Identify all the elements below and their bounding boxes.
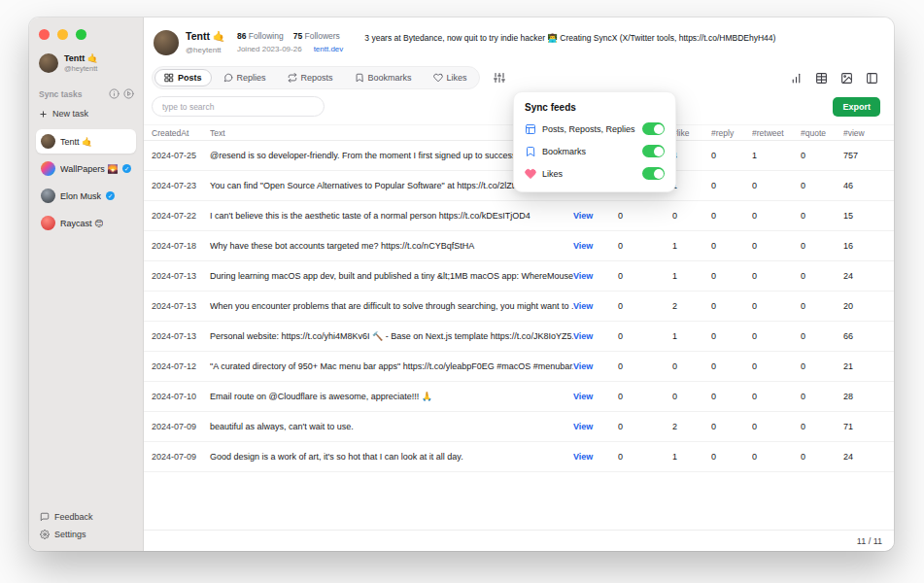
tab-replies[interactable]: Replies [214,69,276,86]
retweet-count: 0 [752,301,801,311]
bookmark-count: 0 [618,452,672,462]
table-row: 2024-07-09 Good design is a work of art,… [144,442,894,472]
quote-count: 0 [801,331,843,341]
post-date: 2024-07-18 [152,241,210,251]
play-circle-icon[interactable] [123,88,134,99]
view-link[interactable]: View [573,361,593,371]
zoom-window-button[interactable] [76,29,86,40]
app-window: Tentt 🤙 @heytentt Sync tasks New task Te… [29,17,894,551]
reply-count: 0 [711,211,752,221]
board-view-button[interactable] [866,72,878,85]
retweet-count: 0 [752,181,801,190]
feedback-button[interactable]: Feedback [40,512,136,522]
column-header: #reply [711,128,752,138]
task-item-raycast[interactable]: Raycast 😊 [36,211,136,235]
post-text: During learning macOS app dev, built and… [210,271,573,281]
sync-feeds-button[interactable] [492,70,507,86]
task-item-elon-musk[interactable]: Elon Musk ✓ [36,184,136,208]
toggle-likes[interactable] [642,167,665,180]
view-link[interactable]: View [573,452,593,462]
column-header: #view [843,128,882,138]
retweet-count: 1 [752,151,801,160]
table-view-button[interactable] [815,72,828,85]
view-link[interactable]: View [573,331,593,341]
like-count: 1 [672,241,711,251]
retweet-count: 0 [752,361,801,371]
gallery-view-button[interactable] [840,72,853,85]
new-task-label: New task [52,109,88,119]
header-avatar [154,30,179,55]
tab-bar: Posts Replies Reposts Bookmarks Likes [144,59,894,89]
view-link[interactable]: View [573,301,593,311]
table-row: 2024-07-13 Personal website: https://t.c… [144,322,894,352]
new-task-button[interactable]: New task [36,106,136,121]
table-footer: 11 / 11 [144,530,894,551]
joined-date: Joined 2023-09-26 [237,45,302,53]
retweet-count: 0 [752,241,801,251]
post-text: Why have these bot accounts targeted me?… [210,241,573,251]
minimize-window-button[interactable] [57,29,68,40]
table-row: 2024-07-18 Why have these bot accounts t… [144,231,894,261]
sync-tasks-header: Sync tasks [39,88,134,99]
table-row: 2024-07-10 Email route on @Cloudflare is… [144,382,894,412]
view-link[interactable]: View [573,422,593,431]
view-link[interactable]: View [573,211,593,221]
bookmark-count: 0 [618,211,672,221]
export-button[interactable]: Export [833,97,880,117]
task-avatar [41,134,55,149]
reply-count: 0 [711,151,752,160]
bar-chart-icon [790,72,803,85]
view-link[interactable]: View [573,392,593,401]
posts-grid-icon [525,123,536,135]
search-input[interactable] [152,96,325,117]
following-stat: 86 Following [237,31,284,41]
view-count: 16 [843,241,882,251]
task-item-wallpapers[interactable]: WallPapers 🌄 ✓ [36,156,136,181]
retweet-count: 0 [752,452,801,462]
view-count: 28 [843,392,882,401]
quote-count: 0 [801,422,843,431]
quote-count: 0 [801,301,843,311]
tab-bookmarks[interactable]: Bookmarks [345,69,422,86]
retweet-count: 0 [752,211,801,221]
close-window-button[interactable] [39,29,50,40]
view-link[interactable]: View [573,271,593,281]
info-icon[interactable] [109,88,120,99]
settings-button[interactable]: Settings [40,530,136,539]
view-count: 15 [843,211,882,221]
retweet-count: 0 [752,331,801,341]
view-link[interactable]: View [573,241,593,251]
heart-icon [433,73,443,83]
task-item-tentt[interactable]: Tentt 🤙 [36,129,136,154]
website-link[interactable]: tentt.dev [314,45,344,53]
reply-count: 0 [711,301,752,311]
table-row: 2024-07-13 When you encounter problems t… [144,292,894,322]
post-date: 2024-07-12 [152,361,210,371]
like-count: 0 [672,361,711,371]
toggle-posts[interactable] [642,122,665,135]
verified-badge-icon: ✓ [122,164,131,173]
like-count: 1 [672,271,711,281]
bookmark-count: 0 [618,331,672,341]
image-icon [840,72,853,85]
tab-posts[interactable]: Posts [154,69,212,86]
post-text: I can't believe this is the aesthetic ta… [210,211,573,221]
tab-likes[interactable]: Likes [424,69,477,86]
sync-feed-item-bookmarks: Bookmarks [525,145,665,157]
popup-title: Sync feeds [525,102,665,113]
column-header: #retweet [752,128,801,138]
sync-feeds-popup: Sync feeds Posts, Reposts, Replies Bookm… [513,91,676,192]
toggle-bookmarks[interactable] [642,145,665,157]
post-date: 2024-07-23 [152,181,210,190]
sync-feed-item-likes: Likes [525,167,665,180]
reply-count: 0 [711,361,752,371]
chart-view-button[interactable] [790,72,803,85]
grid-icon [164,73,174,83]
post-date: 2024-07-09 [152,422,210,431]
table-row: 2024-07-09 beautiful as always, can't wa… [144,412,894,442]
view-count: 66 [843,331,882,341]
view-count: 21 [843,361,882,371]
tab-reposts[interactable]: Reposts [278,69,343,86]
post-date: 2024-07-13 [152,331,210,341]
retweet-count: 0 [752,392,801,401]
